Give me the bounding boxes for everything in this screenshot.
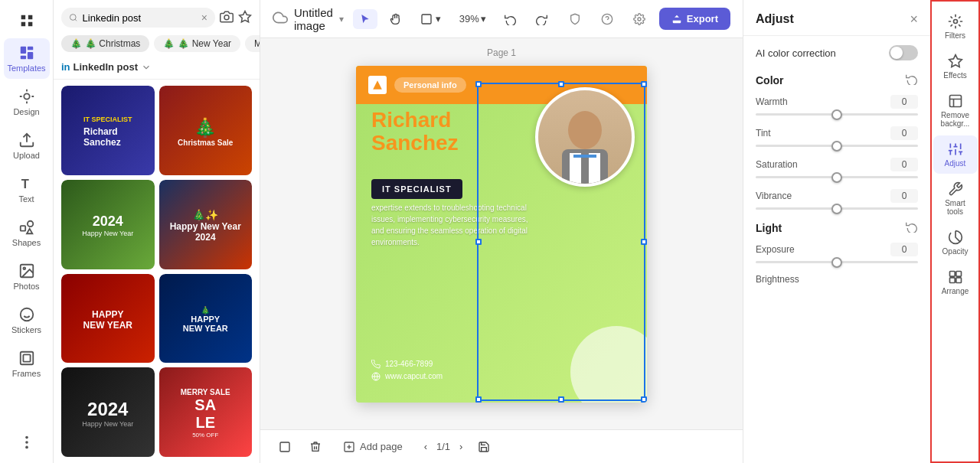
- toolbar-left: Untitled image ▾: [273, 6, 344, 32]
- template-thumb-7[interactable]: 2024 Happy New Year: [61, 367, 155, 457]
- color-section-header: Color: [756, 73, 918, 87]
- svg-marker-45: [949, 55, 962, 67]
- adjust-panel-item[interactable]: Adjust: [933, 135, 978, 174]
- light-reset-button[interactable]: [906, 220, 918, 235]
- exposure-thumb[interactable]: [831, 257, 842, 268]
- page-settings-icon: [279, 441, 291, 453]
- adjust-close-button[interactable]: ×: [910, 12, 918, 26]
- delete-page-button[interactable]: [303, 437, 328, 457]
- redo-button[interactable]: [529, 9, 554, 29]
- color-section-title: Color: [756, 74, 784, 86]
- ai-color-toggle[interactable]: [889, 45, 918, 60]
- sidebar-item-templates[interactable]: Templates: [4, 38, 50, 79]
- template-thumb-3[interactable]: 2024 Happy New Year: [61, 180, 155, 269]
- tint-thumb[interactable]: [831, 141, 842, 152]
- bottom-bar: Add page ‹ 1/1 ›: [260, 429, 743, 463]
- settings-button[interactable]: [627, 9, 652, 29]
- undo-button[interactable]: [498, 9, 523, 29]
- canvas-contact: 123-466-7899 www.capcut.com: [371, 360, 443, 381]
- warmth-label-row: Warmth 0: [756, 95, 918, 109]
- shield-button[interactable]: [563, 9, 587, 29]
- sidebar-item-frames[interactable]: Frames: [4, 344, 50, 384]
- template-preview-8: MERRY SALE SALE 50% OFF: [159, 367, 253, 457]
- svg-point-20: [70, 15, 76, 21]
- opacity-panel-item[interactable]: Opacity: [933, 223, 978, 262]
- sidebar-label-photos: Photos: [13, 282, 39, 291]
- hand-tool-button[interactable]: [384, 9, 408, 29]
- template-thumb-4[interactable]: 🎄✨ Happy New Year2024: [159, 180, 253, 269]
- template-thumb-1[interactable]: IT SPECIALIST RichardSanchez: [61, 86, 155, 175]
- frame-tool-button[interactable]: ▾: [414, 9, 447, 29]
- sidebar-label-templates: Templates: [7, 64, 45, 73]
- tint-slider-row: Tint 0: [756, 126, 918, 147]
- magic-search-button[interactable]: [238, 10, 252, 26]
- canvas-wrapper[interactable]: Personal info Richard Sanchez IT SPECIAL…: [356, 66, 647, 403]
- doc-title-chevron-icon[interactable]: ▾: [339, 14, 344, 24]
- saturation-label: Saturation: [756, 159, 798, 170]
- search-camera-button[interactable]: [220, 10, 234, 26]
- remove-bg-panel-item[interactable]: Remove backgr...: [933, 87, 978, 134]
- saturation-thumb[interactable]: [831, 172, 842, 183]
- smart-tools-icon: [948, 181, 963, 197]
- handle-bm[interactable]: [558, 396, 564, 403]
- filters-panel-item[interactable]: Filters: [933, 8, 978, 46]
- svg-point-18: [25, 441, 28, 444]
- zoom-chevron-icon: ▾: [481, 13, 486, 24]
- sidebar-item-more[interactable]: [4, 428, 50, 457]
- sidebar-item-text[interactable]: T Text: [4, 169, 50, 210]
- template-thumb-5[interactable]: HAPPYNEW YEAR: [61, 274, 155, 364]
- next-page-button[interactable]: ›: [453, 437, 469, 456]
- handle-bl[interactable]: [475, 396, 482, 403]
- toggle-knob: [890, 47, 903, 59]
- vibrance-thumb[interactable]: [831, 204, 842, 214]
- template-preview-2: 🎄 Christmas Sale: [159, 86, 253, 175]
- color-reset-button[interactable]: [906, 73, 918, 87]
- add-page-button[interactable]: Add page: [335, 437, 410, 457]
- tint-label-row: Tint 0: [756, 126, 918, 140]
- adjust-header: Adjust ×: [743, 0, 930, 36]
- sidebar-item-design[interactable]: Design: [4, 82, 50, 122]
- right-tools-panel: Filters Effects Remove backgr... Adjust …: [930, 0, 980, 463]
- category-more[interactable]: Mos...: [245, 35, 260, 52]
- smart-tools-panel-item[interactable]: Smart tools: [933, 175, 978, 222]
- top-toolbar: Untitled image ▾ ▾ 39%: [260, 0, 743, 38]
- prev-page-button[interactable]: ‹: [418, 437, 433, 456]
- warmth-thumb[interactable]: [831, 109, 842, 120]
- handle-rm[interactable]: [641, 239, 647, 245]
- category-christmas[interactable]: 🎄 🎄 Christmas: [61, 35, 149, 52]
- zoom-selector-button[interactable]: 39% ▾: [453, 10, 492, 28]
- saturation-slider[interactable]: [756, 176, 918, 178]
- help-button[interactable]: [595, 9, 619, 29]
- export-button[interactable]: Export: [659, 8, 730, 30]
- sidebar-item-photos[interactable]: Photos: [4, 256, 50, 297]
- template-preview-1: IT SPECIALIST RichardSanchez: [61, 86, 155, 175]
- category-new-year[interactable]: 🎄 🎄 New Year: [154, 35, 240, 52]
- exposure-slider[interactable]: [756, 261, 918, 263]
- save-page-button[interactable]: [472, 437, 496, 457]
- template-thumb-8[interactable]: MERRY SALE SALE 50% OFF: [159, 367, 253, 457]
- arrange-panel-item[interactable]: Arrange: [933, 263, 978, 302]
- template-thumb-2[interactable]: 🎄 Christmas Sale: [159, 86, 253, 175]
- effects-label: Effects: [943, 71, 966, 80]
- sidebar-item-stickers[interactable]: Stickers: [4, 300, 50, 341]
- search-clear-button[interactable]: ×: [201, 11, 207, 24]
- template-thumb-6[interactable]: 🎄 HAPPYNEW YEAR: [159, 274, 253, 364]
- svg-text:T: T: [21, 177, 28, 191]
- svg-point-11: [23, 267, 25, 269]
- tint-slider[interactable]: [756, 145, 918, 147]
- sidebar-item-upload[interactable]: Upload: [4, 126, 50, 166]
- sidebar-label-design: Design: [13, 107, 39, 116]
- warmth-slider[interactable]: [756, 113, 918, 116]
- select-tool-button[interactable]: [353, 9, 377, 29]
- svg-rect-2: [27, 52, 32, 59]
- app-logo[interactable]: [4, 6, 50, 35]
- effects-panel-item[interactable]: Effects: [933, 47, 978, 86]
- canvas-area[interactable]: Page 1 ···: [260, 38, 743, 429]
- search-input-wrapper[interactable]: ×: [61, 8, 215, 28]
- vibrance-slider[interactable]: [756, 207, 918, 210]
- search-input[interactable]: [83, 12, 197, 24]
- page-settings-button[interactable]: [273, 437, 297, 457]
- template-preview-5: HAPPYNEW YEAR: [61, 274, 155, 364]
- sidebar-item-shapes[interactable]: Shapes: [4, 213, 50, 253]
- vibrance-label: Vibrance: [756, 191, 792, 201]
